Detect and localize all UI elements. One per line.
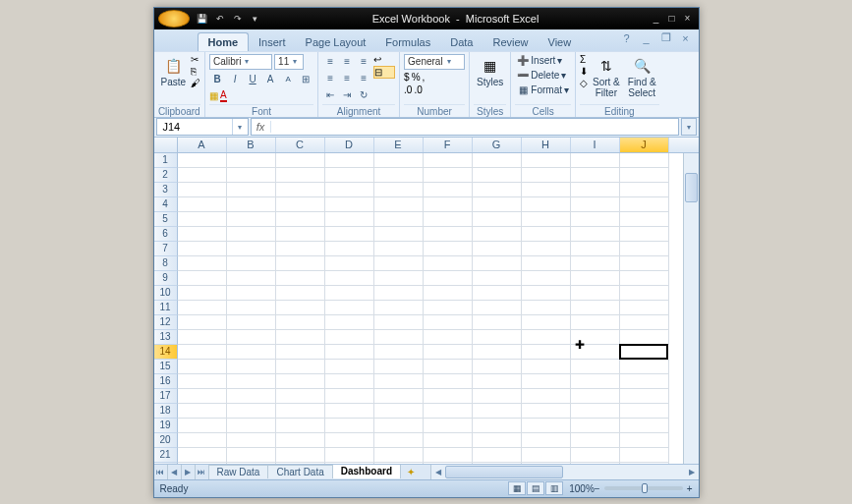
cell-E19[interactable] [374,419,424,433]
cell-F3[interactable] [424,183,473,197]
row-header-11[interactable]: 11 [154,301,178,315]
cell-E10[interactable] [374,286,424,301]
cell-J17[interactable] [620,389,669,404]
expand-formula-bar-button[interactable]: ▾ [681,118,697,136]
cell-A2[interactable] [178,168,227,183]
cell-H2[interactable] [522,168,571,183]
cell-C21[interactable] [276,448,325,463]
cell-I16[interactable] [571,374,620,389]
cell-B21[interactable] [227,448,276,463]
tab-insert[interactable]: Insert [249,33,296,51]
row-header-8[interactable]: 8 [154,256,178,271]
minimize-workbook-button[interactable]: _ [640,31,653,45]
cell-H10[interactable] [522,286,571,301]
cell-G18[interactable] [473,404,522,419]
cell-B18[interactable] [227,404,276,419]
cell-C16[interactable] [276,374,325,389]
cell-J16[interactable] [620,374,669,389]
maximize-button[interactable]: □ [665,12,679,26]
zoom-slider[interactable] [604,486,683,490]
cell-G16[interactable] [473,374,522,389]
cell-F2[interactable] [424,168,473,183]
tab-page-layout[interactable]: Page Layout [296,33,376,51]
row-header-18[interactable]: 18 [154,404,178,419]
comma-button[interactable]: , [423,72,426,83]
row-header-3[interactable]: 3 [154,183,178,197]
cell-C5[interactable] [276,212,325,227]
increase-decimal-button[interactable]: .0 [404,84,412,95]
cell-B7[interactable] [227,242,276,256]
column-header-E[interactable]: E [374,138,424,152]
cell-I7[interactable] [571,242,620,256]
find-select-button[interactable]: 🔍 Find & Select [625,54,659,100]
close-button[interactable]: × [681,12,695,26]
column-header-A[interactable]: A [178,138,227,152]
horizontal-scrollbar[interactable]: ◀ ▶ [430,465,699,479]
align-left-button[interactable]: ≡ [322,71,338,86]
scroll-right-button[interactable]: ▶ [685,468,699,476]
cut-icon[interactable]: ✂ [191,54,200,65]
vertical-scroll-thumb[interactable] [685,173,698,202]
cell-C10[interactable] [276,286,325,301]
cell-C3[interactable] [276,183,325,197]
name-box-dropdown-icon[interactable]: ▾ [232,119,248,135]
select-all-corner[interactable] [154,138,178,152]
cell-D16[interactable] [325,374,374,389]
cell-E18[interactable] [374,404,424,419]
cell-C13[interactable] [276,330,325,345]
merge-center-button[interactable]: ⊟ [373,66,395,79]
cell-H11[interactable] [522,301,571,315]
cell-H1[interactable] [522,153,571,168]
cell-A15[interactable] [178,360,227,374]
cell-D7[interactable] [325,242,374,256]
column-header-G[interactable]: G [473,138,522,152]
align-top-button[interactable]: ≡ [322,54,338,70]
cell-J10[interactable] [620,286,669,301]
cell-C12[interactable] [276,315,325,330]
cell-E7[interactable] [374,242,424,256]
cell-H18[interactable] [522,404,571,419]
help-button[interactable]: ? [620,31,634,45]
number-format-combo[interactable]: General▾ [404,54,465,70]
cell-A4[interactable] [178,197,227,212]
cell-H12[interactable] [522,315,571,330]
cell-F17[interactable] [424,389,473,404]
cell-H4[interactable] [522,197,571,212]
row-header-19[interactable]: 19 [154,419,178,433]
cell-J4[interactable] [620,197,669,212]
cell-D3[interactable] [325,183,374,197]
cell-G15[interactable] [473,360,522,374]
cell-J19[interactable] [620,419,669,433]
font-name-combo[interactable]: Calibri▾ [209,54,272,70]
column-header-C[interactable]: C [276,138,325,152]
cell-G13[interactable] [473,330,522,345]
sheet-tab-dashboard[interactable]: Dashboard [333,465,401,478]
cell-H21[interactable] [522,448,571,463]
cell-D4[interactable] [325,197,374,212]
tab-formulas[interactable]: Formulas [375,33,440,51]
cell-D17[interactable] [325,389,374,404]
cell-A7[interactable] [178,242,227,256]
cell-B14[interactable] [227,345,276,360]
cell-B16[interactable] [227,374,276,389]
paste-button[interactable]: 📋 Paste [158,54,190,89]
cell-A6[interactable] [178,227,227,242]
cell-A11[interactable] [178,301,227,315]
align-right-button[interactable]: ≡ [356,71,371,86]
row-header-20[interactable]: 20 [154,433,178,448]
normal-view-button[interactable]: ▦ [508,481,526,495]
cell-E13[interactable] [374,330,424,345]
redo-icon[interactable]: ↷ [231,12,245,26]
row-header-15[interactable]: 15 [154,360,178,374]
cell-styles-button[interactable]: ▦ Styles [474,54,506,89]
font-color-button[interactable]: A [220,89,227,102]
cell-G21[interactable] [473,448,522,463]
cell-F14[interactable] [424,345,473,360]
cell-F8[interactable] [424,256,473,271]
percent-button[interactable]: % [412,72,421,83]
cell-J14[interactable] [619,344,668,360]
cell-H13[interactable] [522,330,571,345]
vertical-scrollbar[interactable] [683,153,699,464]
cell-H3[interactable] [522,183,571,197]
restore-workbook-button[interactable]: ❐ [659,31,673,45]
